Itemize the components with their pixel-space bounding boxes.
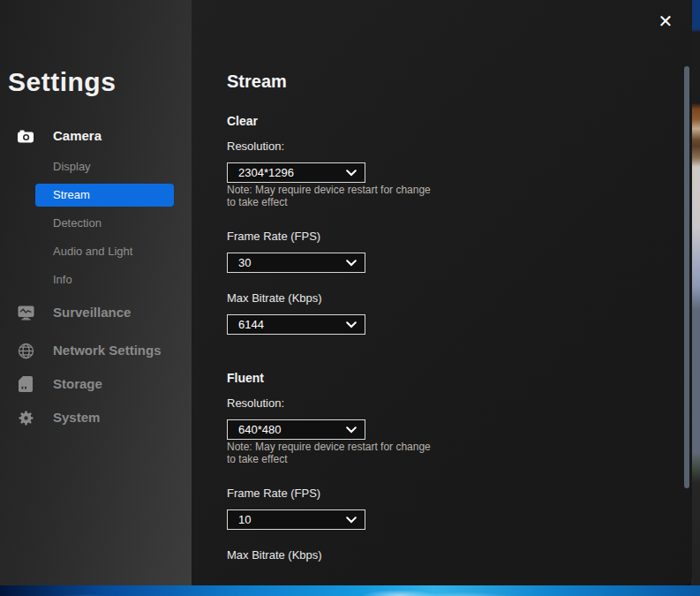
select-value: 640*480 <box>238 423 281 436</box>
clear-bitrate-label: Max Bitrate (Kbps) <box>227 291 322 305</box>
section-heading-fluent: Fluent <box>227 371 264 385</box>
sidebar: Settings Camera Display Stream Detection… <box>0 0 192 585</box>
fluent-resolution-select[interactable]: 640*480 <box>227 419 365 440</box>
clear-resolution-note: Note: May require device restart for cha… <box>227 185 437 208</box>
sidebar-item-audio-and-light[interactable]: Audio and Light <box>53 245 174 258</box>
chevron-down-icon <box>346 321 357 328</box>
clear-resolution-label: Resolution: <box>227 140 284 153</box>
chevron-down-icon <box>346 170 357 177</box>
sidebar-item-network-settings[interactable]: Network Settings <box>0 341 192 360</box>
chevron-down-icon <box>346 517 357 524</box>
select-value: 30 <box>238 256 251 269</box>
background-app-strip <box>691 0 700 596</box>
camera-icon <box>17 127 34 145</box>
clear-framerate-select[interactable]: 30 <box>227 253 365 273</box>
sidebar-item-system[interactable]: System <box>0 408 192 427</box>
screen: Settings Camera Display Stream Detection… <box>0 0 700 596</box>
panel-title: Stream <box>227 72 287 92</box>
fluent-framerate-label: Frame Rate (FPS) <box>227 487 320 500</box>
chevron-down-icon <box>346 426 357 434</box>
sidebar-item-display[interactable]: Display <box>53 160 174 173</box>
settings-dialog: Settings Camera Display Stream Detection… <box>0 0 692 585</box>
fluent-resolution-label: Resolution: <box>227 396 284 410</box>
stream-panel: ✕ Stream Clear Resolution: 2304*1296 Not… <box>192 0 692 585</box>
desktop-wallpaper-strip <box>0 585 700 596</box>
fluent-bitrate-label: Max Bitrate (Kbps) <box>227 548 322 562</box>
sidebar-item-camera[interactable]: Camera <box>0 126 192 146</box>
chevron-down-icon <box>346 260 357 267</box>
select-value: 6144 <box>238 318 264 331</box>
monitor-icon <box>17 304 34 321</box>
sidebar-item-label: Storage <box>53 376 102 391</box>
clear-bitrate-select[interactable]: 6144 <box>227 314 365 335</box>
globe-icon <box>17 342 34 359</box>
select-value: 2304*1296 <box>238 166 294 179</box>
select-value: 10 <box>238 513 251 526</box>
sidebar-item-label: Network Settings <box>53 343 162 358</box>
sidebar-item-info[interactable]: Info <box>53 273 174 286</box>
clear-resolution-select[interactable]: 2304*1296 <box>227 162 365 183</box>
scrollbar-thumb[interactable] <box>684 66 689 488</box>
sidebar-item-label: Camera <box>53 128 102 143</box>
sidebar-item-detection[interactable]: Detection <box>53 216 174 230</box>
sidebar-item-stream[interactable]: Stream <box>35 184 174 207</box>
close-icon: ✕ <box>659 11 674 31</box>
close-button[interactable]: ✕ <box>654 10 677 33</box>
sidebar-item-surveillance[interactable]: Surveillance <box>0 303 192 322</box>
fluent-framerate-select[interactable]: 10 <box>227 509 365 530</box>
gear-icon <box>17 409 34 426</box>
sd-card-icon <box>17 375 34 393</box>
section-heading-clear: Clear <box>227 114 258 128</box>
sidebar-item-label: System <box>53 410 100 425</box>
clear-framerate-label: Frame Rate (FPS) <box>227 230 320 243</box>
settings-title: Settings <box>8 67 116 97</box>
fluent-resolution-note: Note: May require device restart for cha… <box>227 441 437 465</box>
sidebar-item-label: Surveillance <box>53 305 131 320</box>
sidebar-item-storage[interactable]: Storage <box>0 374 192 394</box>
